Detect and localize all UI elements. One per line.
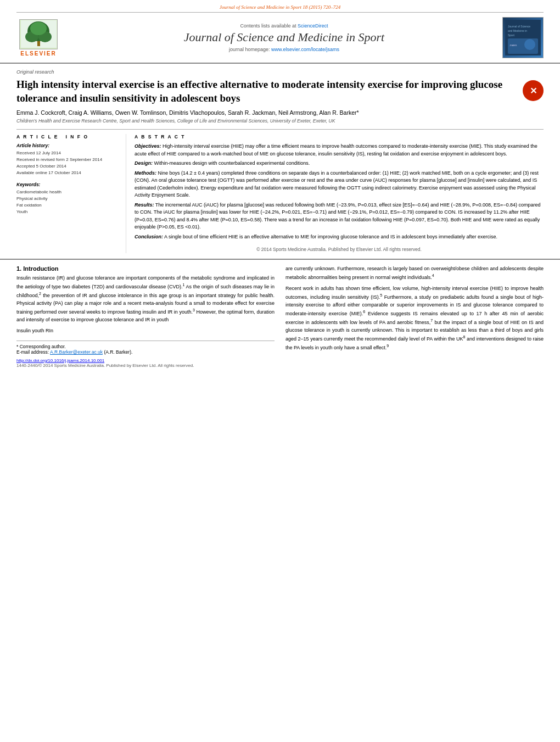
journal-homepage: journal homepage: www.elsevier.com/locat… (66, 47, 502, 52)
ref5: 5 (380, 293, 382, 297)
keyword-2: Physical activity (16, 196, 117, 202)
elsevier-logo: ELSEVIER (11, 19, 66, 57)
accepted-line: Accepted 5 October 2014 (16, 163, 117, 170)
original-research-label: Original research (16, 69, 544, 75)
email-link[interactable]: A.R.Barker@exeter.ac.uk (50, 349, 103, 355)
homepage-link[interactable]: www.elsevier.com/locate/jsams (271, 47, 339, 52)
sciencedirect-link[interactable]: ScienceDirect (298, 23, 328, 29)
methods-para: Methods: Nine boys (14.2 ± 0.4 years) co… (135, 170, 544, 199)
body-two-col: 1. Introduction Insulin resistance (IR) … (16, 265, 544, 368)
homepage-label: journal homepage: (229, 47, 270, 52)
article-title-row: High intensity interval exercise is an e… (16, 78, 544, 105)
article-history-title: Article history: (16, 143, 117, 148)
intro-body-text: Insulin resistance (IR) and glucose tole… (16, 275, 275, 335)
intro-p2-youth: Insulin youth RIn (16, 328, 53, 333)
svg-text:and Medicine in: and Medicine in (508, 29, 527, 32)
abstract-text: Objectives: High-intensity interval exer… (135, 143, 544, 253)
footnote-asterisk: * Corresponding author. (16, 344, 275, 349)
svg-point-12 (524, 39, 535, 50)
keyword-4: Youth (16, 209, 117, 215)
svg-text:Sport: Sport (508, 34, 515, 37)
abstract-heading: A B S T R A C T (135, 134, 544, 140)
issn-line: 1440-2440/© 2014 Sports Medicine Austral… (16, 363, 275, 368)
keywords-block: Keywords: Cardiometabolic health Physica… (16, 182, 117, 215)
article-info-column: A R T I C L E I N F O Article history: R… (16, 134, 126, 253)
body-left-col: 1. Introduction Insulin resistance (IR) … (16, 265, 275, 368)
svg-point-5 (30, 22, 47, 35)
received-line: Received 12 July 2014 (16, 150, 117, 157)
methods-label: Methods: (135, 170, 156, 176)
contents-line: Contents lists available at ScienceDirec… (66, 23, 502, 29)
email-name: (A.R. Barker). (104, 349, 132, 355)
online-line: Available online 17 October 2014 (16, 170, 117, 176)
two-col-info-abstract: A R T I C L E I N F O Article history: R… (16, 129, 544, 253)
ref3: 3 (193, 308, 195, 312)
right-para1: are currently unknown. Furthermore, rese… (285, 265, 544, 282)
article-title: High intensity interval exercise is an e… (16, 78, 517, 105)
ref1: 1 (182, 283, 184, 287)
doi-link[interactable]: http://dx.doi.org/10.1016/j.jsams.2014.1… (16, 358, 104, 363)
elsevier-tree-image (19, 19, 58, 49)
conclusion-para: Conclusion: A single bout of time effici… (135, 233, 544, 241)
ref9: 9 (387, 344, 389, 348)
authors-text: Emma J. Cockcroft, Craig A. Williams, Ow… (16, 109, 359, 116)
keywords-title: Keywords: (16, 182, 117, 187)
affiliation: Children's Health and Exercise Research … (16, 118, 544, 124)
abstract-column: A B S T R A C T Objectives: High-intensi… (126, 134, 544, 253)
body-right-col: are currently unknown. Furthermore, rese… (285, 265, 544, 368)
objectives-para: Objectives: High-intensity interval exer… (135, 143, 544, 158)
abstract-copyright: © 2014 Sports Medicine Australia. Publis… (135, 244, 544, 253)
intro-heading: 1. Introduction (16, 265, 275, 272)
design-label: Design: (135, 160, 153, 166)
svg-text:Journal of Science: Journal of Science (508, 25, 530, 28)
right-para2: Recent work in adults has shown time eff… (285, 285, 544, 352)
design-text: Within-measures design with counterbalan… (154, 160, 310, 166)
email-label: E-mail address: (16, 349, 49, 355)
footnote-section: * Corresponding author. E-mail address: … (16, 341, 275, 368)
svg-text:JSAMS: JSAMS (509, 44, 517, 47)
body-right-text: are currently unknown. Furthermore, rese… (285, 265, 544, 352)
page: Journal of Science and Medicine in Sport… (0, 0, 560, 742)
results-label: Results: (135, 202, 154, 208)
contents-available-text: Contents lists available at (240, 23, 296, 29)
keyword-1: Cardiometabolic health (16, 189, 117, 196)
journal-header: ELSEVIER Contents lists available at Sci… (0, 13, 560, 64)
crossmark-icon: ✕ (523, 80, 544, 101)
objectives-label: Objectives: (135, 143, 161, 149)
ref6: 6 (363, 310, 365, 314)
journal-ref-text: Journal of Science and Medicine in Sport… (220, 4, 341, 10)
article-section: Original research High intensity interva… (0, 64, 560, 253)
journal-title-center: Contents lists available at ScienceDirec… (66, 23, 502, 52)
results-para: Results: The incremental AUC (iAUC) for … (135, 202, 544, 231)
footnote-email-line: E-mail address: A.R.Barker@exeter.ac.uk … (16, 349, 275, 355)
design-para: Design: Within-measures design with coun… (135, 160, 544, 168)
ref4: 4 (432, 274, 434, 277)
revised-line: Received in revised form 2 September 201… (16, 157, 117, 163)
intro-para1: Insulin resistance (IR) and glucose tole… (16, 275, 275, 324)
keyword-3: Fat oxidation (16, 202, 117, 209)
intro-para2: Insulin youth RIn (16, 327, 275, 335)
elsevier-label: ELSEVIER (20, 51, 56, 57)
corresponding-label: * Corresponding author. (16, 344, 66, 349)
journal-thumbnail: Journal of Science and Medicine in Sport… (502, 17, 544, 58)
article-info-heading: A R T I C L E I N F O (16, 134, 117, 140)
results-text: The incremental AUC (iAUC) for plasma [g… (135, 202, 541, 230)
journal-ref-top: Journal of Science and Medicine in Sport… (0, 0, 560, 12)
article-history-block: Article history: Received 12 July 2014 R… (16, 143, 117, 176)
objectives-text: High-intensity interval exercise (HIIE) … (135, 143, 537, 157)
right-p1-a: are currently unknown. Furthermore, rese… (285, 266, 544, 280)
ref8: 8 (463, 335, 466, 339)
conclusion-text: A single bout of time efficient HIIE is … (164, 234, 497, 239)
doi-line: http://dx.doi.org/10.1016/j.jsams.2014.1… (16, 358, 275, 363)
main-body: 1. Introduction Insulin resistance (IR) … (0, 259, 560, 373)
authors: Emma J. Cockcroft, Craig A. Williams, Ow… (16, 109, 544, 116)
ref2: 2 (39, 292, 41, 295)
ref7: 7 (430, 319, 433, 322)
methods-text: Nine boys (14.2 ± 0.4 years) completed t… (135, 170, 539, 198)
conclusion-label: Conclusion: (135, 234, 163, 239)
journal-main-title: Journal of Science and Medicine in Sport (66, 30, 502, 44)
